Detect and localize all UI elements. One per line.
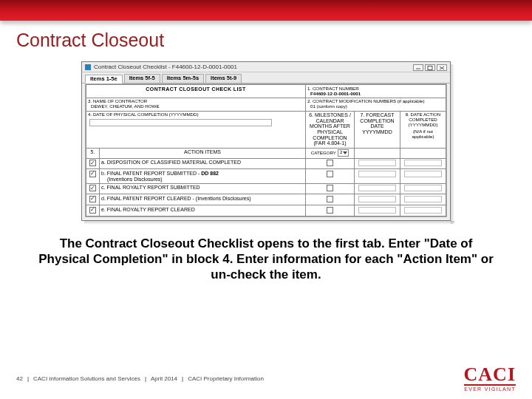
completed-input-d[interactable] [404, 196, 441, 202]
tab-items-5m-5s[interactable]: Items 5m-5s [162, 74, 204, 83]
milestone-check-c[interactable] [327, 185, 333, 191]
slide-title: Contract Closeout [0, 21, 532, 58]
caci-logo: CACI EVER VIGILANT [464, 365, 516, 392]
row-a-label: a. DISPOSITION OF CLASSIFIED MATERIAL CO… [100, 158, 306, 169]
block3-value: DEWEY, CHEATUM, AND HOWE [88, 104, 304, 109]
screenshot-shadow-bottom [84, 221, 454, 225]
block5-label: 5. [86, 148, 100, 158]
page-number: 42 [16, 375, 23, 382]
slide-caption: The Contract Closeout Checklist opens to… [0, 221, 532, 283]
category-label: CATEGORY [311, 151, 336, 156]
close-button[interactable] [437, 64, 447, 71]
footer-unit: CACI Information Solutions and Services [33, 375, 140, 382]
slide-footer: 42 | CACI Information Solutions and Serv… [0, 365, 532, 392]
tab-items-5f-5[interactable]: Items 5f-5 [124, 74, 160, 83]
slide-top-banner [0, 0, 532, 21]
milestone-check-a[interactable] [327, 160, 333, 166]
forecast-input-d[interactable] [358, 196, 395, 202]
row-b-label: b. FINAL PATENT REPORT SUBMITTED - DD 88… [100, 169, 306, 183]
check-row-a[interactable] [89, 160, 96, 166]
screenshot-shadow-right [451, 64, 454, 224]
check-row-d[interactable] [89, 196, 96, 202]
form-body: CONTRACT CLOSEOUT CHECK LIST 1. CONTRACT… [85, 83, 447, 217]
footer-classification: CACI Proprietary Information [188, 375, 264, 382]
block1-value: F44600-12-D-0001-0001 [307, 92, 444, 97]
app-icon [85, 64, 91, 70]
completed-input-e[interactable] [404, 207, 441, 214]
check-row-e[interactable] [89, 207, 96, 214]
minimize-button[interactable] [413, 64, 423, 71]
completed-input-a[interactable] [404, 160, 441, 166]
category-select[interactable]: 2 [338, 149, 349, 157]
block2-value: 01 (conform copy) [307, 104, 444, 109]
block4-label: 4. DATE OF PHYSICAL COMPLETION (YYYYMMDD… [88, 112, 304, 117]
screenshot-container: Contract Closeout Checklist - F44600-12-… [81, 61, 451, 221]
tabs-row: Items 1-5e Items 5f-5 Items 5m-5s Items … [82, 72, 450, 83]
svg-rect-1 [428, 66, 432, 69]
milestone-check-d[interactable] [327, 196, 333, 202]
col8-sub: (N/A if not applicable) [402, 129, 444, 140]
row-d-label: d. FINAL PATENT REPORT CLEARED - (Invent… [100, 194, 306, 205]
footer-date: April 2014 [151, 375, 177, 382]
maximize-button[interactable] [425, 64, 435, 71]
tab-items-5t-9[interactable]: Items 5t-9 [205, 74, 242, 83]
form-title: CONTRACT CLOSEOUT CHECK LIST [86, 85, 306, 98]
forecast-input-b[interactable] [358, 171, 395, 177]
tab-items-1-5e[interactable]: Items 1-5e [85, 75, 123, 83]
milestone-check-b[interactable] [327, 171, 333, 177]
col6-header: 6. MILESTONES / CALENDAR MONTHS AFTER PH… [306, 111, 355, 148]
col7-header: 7. FORECAST COMPLETION DATE YYYYMMDD [355, 111, 400, 148]
check-row-c[interactable] [89, 185, 96, 191]
forecast-input-a[interactable] [358, 160, 395, 166]
row-c-label: c. FINAL ROYALTY REPORT SUBMITTED [100, 183, 306, 194]
forecast-input-c[interactable] [358, 185, 395, 191]
app-window: Contract Closeout Checklist - F44600-12-… [81, 61, 451, 221]
completed-input-b[interactable] [404, 171, 441, 177]
completed-input-c[interactable] [404, 185, 441, 191]
milestone-check-e[interactable] [327, 207, 333, 214]
col8-header: 8. DATE ACTION COMPLETED (YYYYMMDD) [402, 112, 444, 127]
forecast-input-e[interactable] [358, 207, 395, 214]
action-items-header: ACTION ITEMS [100, 148, 306, 158]
check-row-b[interactable] [89, 171, 96, 177]
physical-completion-date-input[interactable] [89, 119, 272, 126]
row-e-label: e. FINAL ROYALTY REPORT CLEARED [100, 205, 306, 216]
window-title: Contract Closeout Checklist - F44600-12-… [94, 64, 237, 71]
titlebar: Contract Closeout Checklist - F44600-12-… [82, 62, 450, 72]
